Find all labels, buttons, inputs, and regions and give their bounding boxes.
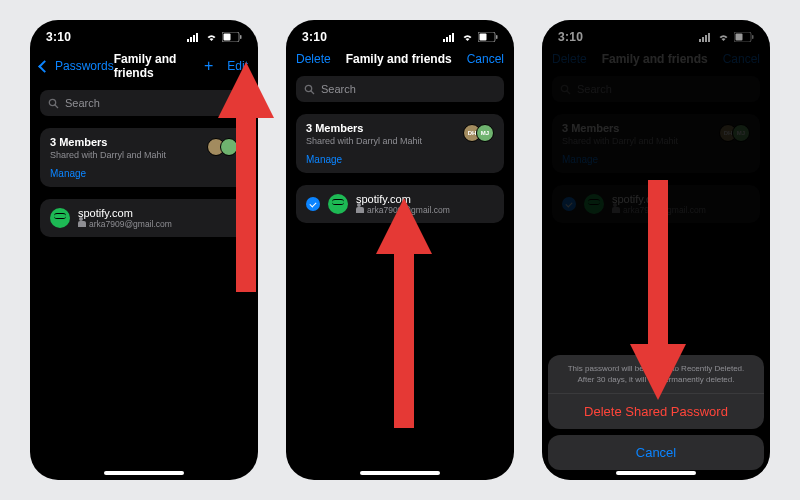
home-indicator — [104, 471, 184, 475]
wifi-icon — [205, 33, 218, 42]
sheet-cancel-button[interactable]: Cancel — [548, 435, 764, 470]
signal-icon — [443, 33, 457, 42]
svg-rect-15 — [496, 35, 498, 39]
member-avatars — [207, 138, 238, 156]
svg-line-8 — [55, 105, 58, 108]
home-indicator — [360, 471, 440, 475]
credential-row[interactable]: spotify.com arka7909@gmail.com — [40, 199, 248, 237]
edit-button[interactable]: Edit — [227, 59, 248, 73]
phone-screen-2: 3:10 Delete Family and friends Cancel Se… — [286, 20, 514, 480]
action-sheet: This password will be moved to Recently … — [548, 355, 764, 470]
svg-line-17 — [311, 91, 314, 94]
battery-icon — [478, 32, 498, 42]
credential-username: arka7909@gmail.com — [356, 205, 450, 215]
people-icon — [78, 221, 86, 227]
svg-rect-3 — [196, 33, 198, 42]
add-button[interactable]: + — [204, 58, 213, 74]
members-card: 3 Members Shared with Darryl and Mahit M… — [40, 128, 248, 187]
member-avatars: DH MJ — [463, 124, 494, 142]
status-indicators — [443, 32, 498, 42]
search-field[interactable]: Search — [296, 76, 504, 102]
search-icon — [48, 98, 59, 109]
status-time: 3:10 — [46, 30, 71, 44]
svg-rect-10 — [446, 37, 448, 42]
manage-button[interactable]: Manage — [306, 154, 494, 165]
cancel-button[interactable]: Cancel — [467, 52, 504, 66]
svg-rect-14 — [480, 34, 487, 41]
tutorial-triptych: 3:10 Passwords Family and friends + Edit… — [30, 20, 770, 480]
signal-icon — [187, 33, 201, 42]
people-icon — [356, 207, 364, 213]
status-bar: 3:10 — [30, 20, 258, 48]
spotify-icon — [50, 208, 70, 228]
sheet-message: This password will be moved to Recently … — [548, 355, 764, 394]
credential-site: spotify.com — [356, 193, 450, 205]
status-bar: 3:10 — [286, 20, 514, 48]
phone-screen-3: 3:10 Delete Family and friends Cancel Se… — [542, 20, 770, 480]
svg-rect-0 — [187, 39, 189, 42]
delete-button[interactable]: Delete — [296, 52, 331, 66]
credential-row[interactable]: spotify.com arka7909@gmail.com — [296, 185, 504, 223]
delete-shared-password-button[interactable]: Delete Shared Password — [548, 394, 764, 429]
svg-rect-11 — [449, 35, 451, 42]
back-label: Passwords — [55, 59, 114, 73]
status-time: 3:10 — [302, 30, 327, 44]
credential-site: spotify.com — [78, 207, 172, 219]
back-button[interactable]: Passwords — [40, 59, 114, 73]
avatar: MJ — [476, 124, 494, 142]
manage-button[interactable]: Manage — [50, 168, 238, 179]
chevron-back-icon — [38, 60, 51, 73]
nav-bar: Passwords Family and friends + Edit — [30, 48, 258, 90]
credential-username: arka7909@gmail.com — [78, 219, 172, 229]
svg-rect-2 — [193, 35, 195, 42]
home-indicator — [616, 471, 696, 475]
search-placeholder: Search — [65, 97, 100, 109]
wifi-icon — [461, 33, 474, 42]
search-field[interactable]: Search — [40, 90, 248, 116]
avatar — [220, 138, 238, 156]
page-title: Family and friends — [346, 52, 452, 66]
spotify-icon — [328, 194, 348, 214]
members-card: 3 Members Shared with Darryl and Mahit M… — [296, 114, 504, 173]
checkmark-circle-icon — [306, 197, 320, 211]
nav-bar: Delete Family and friends Cancel — [286, 48, 514, 76]
svg-point-16 — [305, 85, 311, 91]
svg-rect-6 — [240, 35, 242, 39]
svg-rect-12 — [452, 33, 454, 42]
svg-point-7 — [49, 99, 55, 105]
page-title: Family and friends — [114, 52, 204, 80]
search-icon — [304, 84, 315, 95]
phone-screen-1: 3:10 Passwords Family and friends + Edit… — [30, 20, 258, 480]
svg-rect-1 — [190, 37, 192, 42]
svg-rect-9 — [443, 39, 445, 42]
battery-icon — [222, 32, 242, 42]
svg-rect-5 — [224, 34, 231, 41]
status-indicators — [187, 32, 242, 42]
search-placeholder: Search — [321, 83, 356, 95]
